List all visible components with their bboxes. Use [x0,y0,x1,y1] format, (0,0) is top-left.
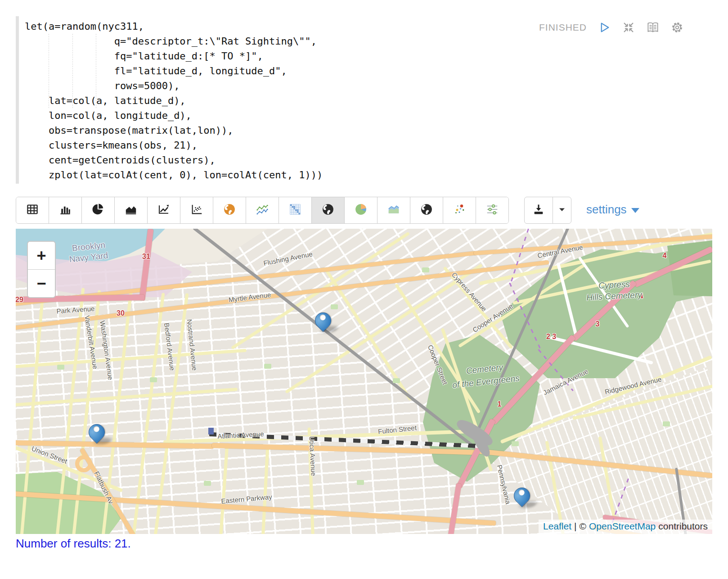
multi-line-chart-button[interactable] [246,197,279,223]
code-line: lon=col(a, longitude_d), [25,108,323,123]
area-color-icon [387,203,400,218]
leaflet-map[interactable]: Park AvenueVanderbilt AvenueWashington A… [16,229,712,534]
pie-chart-button[interactable] [82,197,115,223]
pie-chart-icon [91,203,105,218]
pie-color-button[interactable] [345,197,377,223]
book-icon[interactable] [646,21,660,34]
table-button[interactable] [16,197,49,223]
heatmap-icon [288,203,302,218]
bar-chart-icon [58,203,72,218]
park-patch [204,481,211,486]
park-patch [331,304,338,309]
table-icon [26,203,39,218]
park-patch [57,365,64,370]
park-patch [150,377,157,382]
copyright-symbol: © [580,521,586,532]
settings-label: settings [586,203,627,217]
route-shield: 4 [663,252,667,260]
run-icon[interactable] [598,21,611,34]
scatter-chart-button[interactable] [180,197,213,223]
download-button[interactable] [525,197,553,223]
globe-orange-icon [223,203,236,218]
park-patch [663,421,670,426]
area-chart-icon [124,203,138,218]
scatter-color-icon [453,203,466,218]
zoom-in-button[interactable]: + [28,242,55,270]
heatmap-button[interactable] [279,197,312,223]
zoom-out-button[interactable]: − [28,270,55,297]
park-patch [512,441,519,446]
code-line: rows=5000), [25,78,323,93]
download-caret-button[interactable] [553,197,571,223]
pie-color-icon [354,203,368,218]
paragraph-controls: FINISHED [539,21,684,34]
leaflet-link[interactable]: Leaflet [543,521,571,532]
globe-dark-button[interactable] [410,197,443,223]
code-line: clusters=kmeans(obs, 21), [25,138,323,153]
park-patch [393,378,400,383]
line-chart-button[interactable] [148,197,180,223]
line-chart-icon [157,203,171,218]
area-color-button[interactable] [377,197,410,223]
visualization-toolbar: settings [16,197,712,224]
park-patch [264,364,271,369]
code-line: zplot(lat=colAt(cent, 0), lon=colAt(cent… [25,167,323,182]
grand-army-plaza [75,455,92,472]
route-shield: 30 [117,309,125,317]
leaflet-map-button[interactable] [312,197,345,223]
editor-gutter [16,16,19,184]
route-shield: 31 [142,253,150,261]
area-chart-button[interactable] [115,197,148,223]
scatter-color-button[interactable] [443,197,476,223]
attribution-separator: | [574,521,576,532]
result-count-text: Number of results: 21. [16,537,131,551]
code-editor[interactable]: let(a=random(nyc311, q="descriptor_t:\"R… [16,14,712,188]
code-line: lat=col(a, latitude_d), [25,93,323,108]
map-attribution: Leaflet | © OpenStreetMap contributors [539,520,712,534]
code-line: q="descriptor_t:\"Rat Sighting\"", [25,34,323,49]
route-shield: 29 [16,296,23,304]
route-shield: 2 3 [546,333,556,341]
code-text: let(a=random(nyc311, q="descriptor_t:\"R… [25,19,323,182]
download-group [524,197,571,224]
map-tiles [16,229,712,534]
chart-type-group [16,197,509,224]
code-line: obs=transpose(matrix(lat,lon)), [25,123,323,138]
globe-orange-button[interactable] [213,197,246,223]
leaflet-map-icon [321,203,335,218]
station-marker [208,428,214,434]
globe-dark-icon [420,203,433,218]
status-badge: FINISHED [539,22,587,33]
bar-chart-button[interactable] [49,197,82,223]
gear-icon[interactable] [670,21,684,34]
osm-link[interactable]: OpenStreetMap [589,521,656,532]
code-line: fl="latitude_d, longitude_d", [25,63,323,78]
download-icon [532,203,545,217]
caret-down-icon [557,204,567,217]
caret-down-icon [631,208,639,213]
code-line: cent=getCentroids(clusters), [25,153,323,167]
code-line: fq="latitude_d:[* TO *]", [25,49,323,63]
sliders-button[interactable] [476,197,508,223]
route-shield: 3 [596,320,600,328]
settings-toggle[interactable]: settings [586,203,639,217]
park-patch [357,480,364,485]
attribution-suffix: contributors [658,521,708,532]
multi-line-chart-icon [256,203,269,218]
park-patch [422,267,429,272]
scatter-chart-icon [190,203,203,218]
sliders-icon [485,203,499,218]
zoom-control: + − [27,241,56,298]
code-line: let(a=random(nyc311, [25,19,323,34]
collapse-icon[interactable] [622,21,635,34]
place-label: Cypress [598,279,630,291]
route-shield: 1 [498,400,502,408]
